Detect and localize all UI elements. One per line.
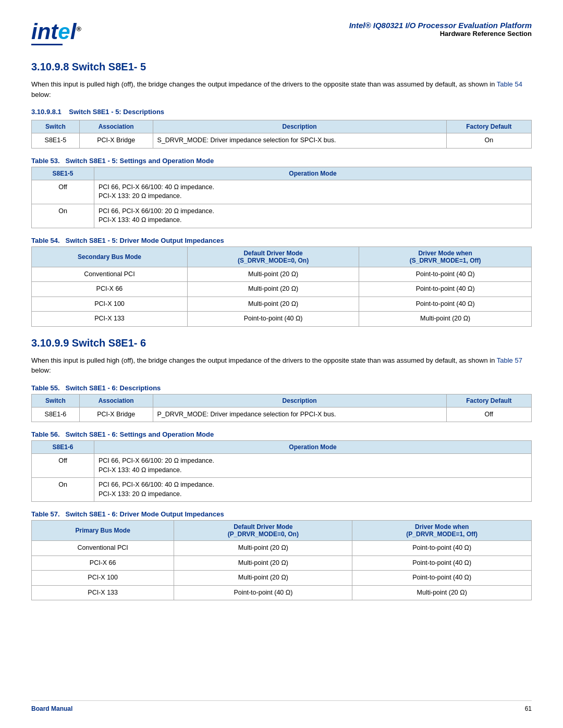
table57-label: Table 57. Switch S8E1 - 6: Driver Mode O…: [31, 510, 532, 518]
td-driver-4: Multi-point (20 Ω): [359, 312, 532, 327]
td-default-1: Multi-point (20 Ω): [187, 267, 359, 282]
th-operation-mode: Operation Mode: [94, 167, 532, 180]
header-right: Intel® IQ80321 I/O Processor Evaluation …: [349, 21, 532, 38]
header-title: Intel® IQ80321 I/O Processor Evaluation …: [349, 21, 532, 30]
table54-label: Table 54. Switch S8E1 - 5: Driver Mode O…: [31, 237, 532, 244]
th-default-driver-mode-2: Default Driver Mode(P_DRVR_MODE=0, On): [174, 521, 352, 541]
th-default-driver-mode: Default Driver Mode(S_DRVR_MODE=0, On): [187, 246, 359, 267]
td-default-2: Multi-point (20 Ω): [187, 282, 359, 297]
table-row: Off PCI 66, PCI-X 66/100: 20 Ω impedance…: [32, 454, 532, 478]
page-footer: Board Manual 61: [31, 700, 532, 712]
table-row: S8E1-6 PCI-X Bridge P_DRVR_MODE: Driver …: [32, 407, 532, 422]
table-row: On PCI 66, PCI-X 66/100: 20 Ω impedance.…: [32, 204, 532, 228]
td-pcix133: PCI-X 133: [32, 312, 188, 327]
td-driver-3: Point-to-point (40 Ω): [359, 297, 532, 312]
td-driver-8: Multi-point (20 Ω): [352, 585, 532, 600]
table-53: S8E1-5 Operation Mode Off PCI 66, PCI-X …: [31, 167, 532, 228]
table-row: Off PCI 66, PCI-X 66/100: 40 Ω impedance…: [32, 180, 532, 204]
td-pcix100-2: PCI-X 100: [32, 571, 174, 586]
td-driver-7: Point-to-point (40 Ω): [352, 571, 532, 586]
td-driver-1: Point-to-point (40 Ω): [359, 267, 532, 282]
section2-body: When this input is pulled high (off), th…: [31, 355, 532, 376]
td-default-6: Multi-point (20 Ω): [174, 556, 352, 571]
td-association-2: PCI-X Bridge: [79, 407, 153, 422]
th-description: Description: [153, 120, 446, 133]
td-on: On: [32, 204, 94, 228]
table-55: Switch Association Description Factory D…: [31, 394, 532, 423]
td-switch-2: S8E1-6: [32, 407, 80, 422]
section-3-10-9-8: 3.10.9.8 Switch S8E1- 5 When this input …: [31, 61, 532, 327]
th-operation-mode-2: Operation Mode: [94, 441, 532, 454]
table-row: PCI-X 66 Multi-point (20 Ω) Point-to-poi…: [32, 556, 532, 571]
td-description-2: P_DRVR_MODE: Driver impedance selection …: [153, 407, 446, 422]
td-pcix133-2: PCI-X 133: [32, 585, 174, 600]
td-conv-pci-2: Conventional PCI: [32, 541, 174, 556]
td-pcix100: PCI-X 100: [32, 297, 188, 312]
header-subtitle: Hardware Reference Section: [349, 30, 532, 38]
th-description-2: Description: [153, 394, 446, 407]
th-driver-mode-when: Driver Mode when(S_DRVR_MODE=1, Off): [359, 246, 532, 267]
th-factory-default-2: Factory Default: [446, 394, 531, 407]
td-switch: S8E1-5: [32, 133, 80, 149]
td-default-5: Multi-point (20 Ω): [174, 541, 352, 556]
td-driver-5: Point-to-point (40 Ω): [352, 541, 532, 556]
table-54: Secondary Bus Mode Default Driver Mode(S…: [31, 246, 532, 327]
table-row: Conventional PCI Multi-point (20 Ω) Poin…: [32, 541, 532, 556]
section-3-10-9-9: 3.10.9.9 Switch S8E1- 6 When this input …: [31, 337, 532, 601]
table54-link[interactable]: Table 54: [497, 80, 522, 88]
table-row: PCI-X 100 Multi-point (20 Ω) Point-to-po…: [32, 571, 532, 586]
table-row: S8E1-5 PCI-X Bridge S_DRVR_MODE: Driver …: [32, 133, 532, 149]
th-factory-default: Factory Default: [446, 120, 531, 133]
td-off-2: Off: [32, 454, 94, 478]
td-off: Off: [32, 180, 94, 204]
td-description: S_DRVR_MODE: Driver impedance selection …: [153, 133, 446, 149]
td-association: PCI-X Bridge: [79, 133, 153, 149]
th-association: Association: [79, 120, 153, 133]
table-row: PCI-X 133 Point-to-point (40 Ω) Multi-po…: [32, 585, 532, 600]
section-heading-1: 3.10.9.8 Switch S8E1- 5: [31, 61, 532, 73]
td-default-7: Multi-point (20 Ω): [174, 571, 352, 586]
table-s8e1-5-descriptions: Switch Association Description Factory D…: [31, 120, 532, 149]
subsection-3-10-9-8-1-heading: 3.10.9.8.1 Switch S8E1 - 5: Descriptions: [31, 108, 532, 116]
table-row: PCI-X 66 Multi-point (20 Ω) Point-to-poi…: [32, 282, 532, 297]
td-op2: PCI 66, PCI-X 66/100: 20 Ω impedance.PCI…: [94, 204, 532, 228]
table-row: On PCI 66, PCI-X 66/100: 40 Ω impedance.…: [32, 478, 532, 502]
table-57: Primary Bus Mode Default Driver Mode(P_D…: [31, 520, 532, 600]
table-row: PCI-X 100 Multi-point (20 Ω) Point-to-po…: [32, 297, 532, 312]
th-switch: Switch: [32, 120, 80, 133]
table55-label: Table 55. Switch S8E1 - 6: Descriptions: [31, 384, 532, 392]
td-driver-6: Point-to-point (40 Ω): [352, 556, 532, 571]
th-driver-mode-when-2: Driver Mode when(P_DRVR_MODE=1, Off): [352, 521, 532, 541]
th-switch-2: Switch: [32, 394, 80, 407]
td-driver-2: Point-to-point (40 Ω): [359, 282, 532, 297]
th-s8e1-5: S8E1-5: [32, 167, 94, 180]
table-row: PCI-X 133 Point-to-point (40 Ω) Multi-po…: [32, 312, 532, 327]
td-default-3: Multi-point (20 Ω): [187, 297, 359, 312]
td-op3: PCI 66, PCI-X 66/100: 20 Ω impedance.PCI…: [94, 454, 532, 478]
table-row: Conventional PCI Multi-point (20 Ω) Poin…: [32, 267, 532, 282]
table56-label: Table 56. Switch S8E1 - 6: Settings and …: [31, 430, 532, 438]
page: intel® Intel® IQ80321 I/O Processor Eval…: [0, 0, 563, 728]
table-56: S8E1-6 Operation Mode Off PCI 66, PCI-X …: [31, 440, 532, 502]
table57-link[interactable]: Table 57: [497, 356, 522, 364]
footer-board-manual: Board Manual: [31, 705, 72, 712]
section-heading-2: 3.10.9.9 Switch S8E1- 6: [31, 337, 532, 349]
page-header: intel® Intel® IQ80321 I/O Processor Eval…: [31, 21, 532, 45]
td-pcix66-2: PCI-X 66: [32, 556, 174, 571]
td-pcix66: PCI-X 66: [32, 282, 188, 297]
th-association-2: Association: [79, 394, 153, 407]
td-default-4: Point-to-point (40 Ω): [187, 312, 359, 327]
td-on-2: On: [32, 478, 94, 502]
td-conv-pci: Conventional PCI: [32, 267, 188, 282]
td-op4: PCI 66, PCI-X 66/100: 40 Ω impedance.PCI…: [94, 478, 532, 502]
th-primary-bus-mode: Primary Bus Mode: [32, 521, 174, 541]
section1-body: When this input is pulled high (off), th…: [31, 79, 532, 100]
td-factory-default: On: [446, 133, 531, 149]
td-op1: PCI 66, PCI-X 66/100: 40 Ω impedance.PCI…: [94, 180, 532, 204]
footer-page-number: 61: [525, 705, 532, 712]
table53-label: Table 53. Switch S8E1 - 5: Settings and …: [31, 157, 532, 165]
td-factory-default-2: Off: [446, 407, 531, 422]
th-s8e1-6: S8E1-6: [32, 441, 94, 454]
th-secondary-bus-mode: Secondary Bus Mode: [32, 246, 188, 267]
logo: intel®: [31, 21, 81, 45]
